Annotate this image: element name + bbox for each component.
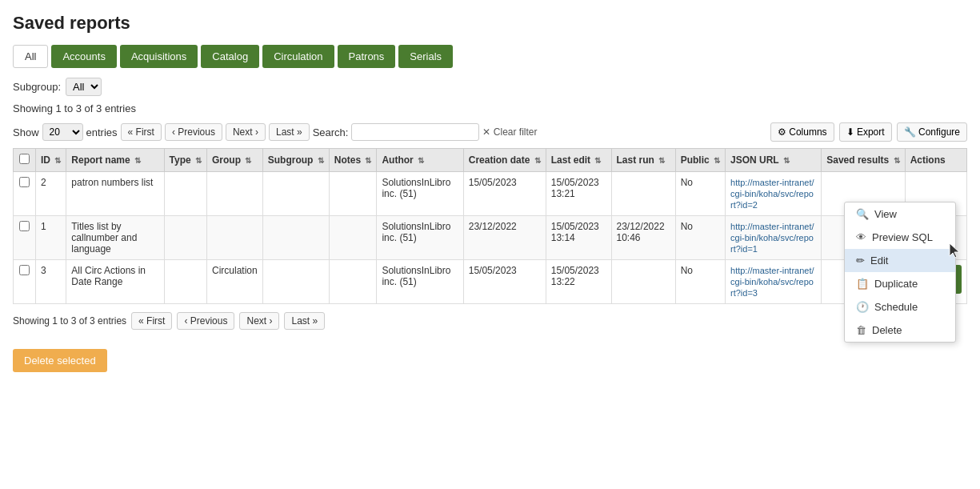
- row-public: No: [675, 260, 725, 304]
- tab-acquisitions[interactable]: Acquisitions: [120, 45, 198, 68]
- preview-sql-icon: 👁: [856, 231, 866, 243]
- context-menu-edit-label: Edit: [870, 255, 888, 267]
- col-checkbox: [14, 149, 36, 172]
- select-all-checkbox[interactable]: [19, 154, 30, 164]
- context-menu-duplicate[interactable]: 📋 Duplicate: [845, 272, 955, 295]
- row-type: [164, 216, 206, 260]
- reports-table: ID ⇅ Report name ⇅ Type ⇅ Group ⇅ Subgro…: [13, 148, 967, 304]
- row-creation-date: 15/05/2023: [463, 260, 546, 304]
- next-button[interactable]: Next ›: [226, 123, 266, 141]
- row-checkbox[interactable]: [19, 265, 30, 275]
- col-last-run: Last run ⇅: [611, 149, 675, 172]
- row-last-run: [611, 260, 675, 304]
- context-menu-preview-sql-label: Preview SQL: [872, 231, 933, 243]
- row-last-edit: 15/05/2023 13:14: [546, 216, 611, 260]
- row-author: SolutionsInLibro inc. (51): [377, 172, 463, 216]
- json-url-link[interactable]: http://master-intranet/cgi-bin/koha/svc/…: [730, 222, 814, 254]
- context-menu-edit[interactable]: ✏ Edit: [845, 249, 955, 272]
- context-menu-delete[interactable]: 🗑 Delete: [845, 319, 955, 342]
- row-checkbox-cell: [14, 260, 36, 304]
- col-json-url: JSON URL ⇅: [726, 149, 822, 172]
- context-menu: 🔍 View 👁 Preview SQL ✏ Edit 📋 Duplicate …: [844, 202, 956, 343]
- col-notes: Notes ⇅: [329, 149, 377, 172]
- row-subgroup: [262, 172, 329, 216]
- row-report-name: patron numbers list: [66, 172, 164, 216]
- page-title: Saved reports: [13, 13, 967, 34]
- edit-icon: ✏: [856, 255, 865, 267]
- row-group: Circulation: [207, 260, 263, 304]
- row-type: [164, 260, 206, 304]
- row-json-url: http://master-intranet/cgi-bin/koha/svc/…: [726, 172, 822, 216]
- table-row: 2 patron numbers list SolutionsInLibro i…: [14, 172, 967, 216]
- row-author: SolutionsInLibro inc. (51): [377, 216, 463, 260]
- bottom-previous-button[interactable]: ‹ Previous: [177, 312, 234, 330]
- tab-serials[interactable]: Serials: [398, 45, 453, 68]
- json-url-link[interactable]: http://master-intranet/cgi-bin/koha/svc/…: [730, 178, 814, 210]
- search-input[interactable]: [351, 123, 479, 141]
- subgroup-row: Subgroup: All: [13, 78, 967, 96]
- row-subgroup: [262, 260, 329, 304]
- row-group: [207, 172, 263, 216]
- row-last-edit: 15/05/2023 13:22: [546, 260, 611, 304]
- entries-label: entries: [86, 126, 118, 138]
- row-report-name: All Circ Actions in Date Range: [66, 260, 164, 304]
- context-menu-view[interactable]: 🔍 View: [845, 202, 955, 226]
- tab-catalog[interactable]: Catalog: [201, 45, 259, 68]
- toolbar: Show 2050100 entries « First ‹ Previous …: [13, 122, 967, 142]
- row-creation-date: 23/12/2022: [463, 216, 546, 260]
- row-json-url: http://master-intranet/cgi-bin/koha/svc/…: [726, 216, 822, 260]
- show-entries-select[interactable]: 2050100: [42, 123, 83, 141]
- col-creation-date: Creation date ⇅: [463, 149, 546, 172]
- bottom-last-button[interactable]: Last »: [284, 312, 325, 330]
- tab-circulation[interactable]: Circulation: [262, 45, 334, 68]
- export-button[interactable]: ⬇ Export: [839, 122, 892, 142]
- row-notes: [329, 260, 377, 304]
- delete-icon: 🗑: [856, 324, 866, 336]
- row-notes: [329, 172, 377, 216]
- row-group: [207, 216, 263, 260]
- clear-filter-button[interactable]: ✕ Clear filter: [482, 126, 537, 138]
- bottom-toolbar: Showing 1 to 3 of 3 entries « First ‹ Pr…: [13, 312, 967, 330]
- row-id: 3: [36, 260, 66, 304]
- view-icon: 🔍: [856, 208, 869, 220]
- col-public: Public ⇅: [675, 149, 725, 172]
- first-button[interactable]: « First: [121, 123, 162, 141]
- col-subgroup: Subgroup ⇅: [262, 149, 329, 172]
- subgroup-label: Subgroup:: [13, 81, 61, 93]
- tab-patrons[interactable]: Patrons: [338, 45, 396, 68]
- previous-button[interactable]: ‹ Previous: [165, 123, 222, 141]
- json-url-link[interactable]: http://master-intranet/cgi-bin/koha/svc/…: [730, 266, 814, 298]
- row-checkbox[interactable]: [19, 221, 30, 231]
- row-subgroup: [262, 216, 329, 260]
- context-menu-preview-sql[interactable]: 👁 Preview SQL: [845, 226, 955, 249]
- toolbar-left: Show 2050100 entries « First ‹ Previous …: [13, 123, 537, 141]
- configure-button[interactable]: 🔧 Configure: [897, 122, 967, 142]
- row-public: No: [675, 216, 725, 260]
- row-notes: [329, 216, 377, 260]
- row-checkbox-cell: [14, 172, 36, 216]
- row-report-name: Titles list by callnumber and language: [66, 216, 164, 260]
- col-author: Author ⇅: [377, 149, 463, 172]
- columns-button[interactable]: ⚙ Columns: [770, 122, 834, 142]
- context-menu-duplicate-label: Duplicate: [874, 278, 918, 290]
- tab-all[interactable]: All: [13, 45, 48, 68]
- bottom-first-button[interactable]: « First: [131, 312, 172, 330]
- tab-bar: All Accounts Acquisitions Catalog Circul…: [13, 45, 967, 68]
- row-checkbox[interactable]: [19, 177, 30, 187]
- subgroup-select[interactable]: All: [66, 78, 102, 96]
- showing-count: Showing 1 to 3 of 3 entries: [13, 102, 967, 114]
- col-saved-results: Saved results ⇅: [822, 149, 905, 172]
- col-id: ID ⇅: [36, 149, 66, 172]
- bottom-next-button[interactable]: Next ›: [239, 312, 279, 330]
- context-menu-schedule[interactable]: 🕐 Schedule: [845, 295, 955, 319]
- table-row: 3 All Circ Actions in Date Range Circula…: [14, 260, 967, 304]
- context-menu-schedule-label: Schedule: [874, 301, 918, 313]
- row-last-edit: 15/05/2023 13:21: [546, 172, 611, 216]
- tab-accounts[interactable]: Accounts: [51, 45, 116, 68]
- last-button[interactable]: Last »: [269, 123, 310, 141]
- show-label: Show: [13, 126, 39, 138]
- schedule-icon: 🕐: [856, 301, 869, 313]
- col-type: Type ⇅: [164, 149, 206, 172]
- context-menu-view-label: View: [874, 208, 897, 220]
- delete-selected-button[interactable]: Delete selected: [13, 349, 107, 372]
